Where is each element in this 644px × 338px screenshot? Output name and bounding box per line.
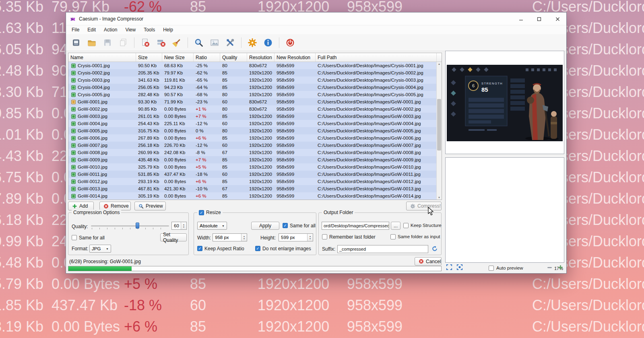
remember-last-folder-checkbox[interactable] [322,234,327,239]
column-header-resolution[interactable]: Resolution [247,53,275,62]
reset-suffix-button[interactable] [431,245,438,254]
table-row[interactable]: Crysis-0002.jpg205.35 Kb79.97 Kb-62 %851… [68,69,437,76]
resize-enable-checkbox[interactable]: ✓ [199,210,204,215]
menu-item-file[interactable]: File [68,26,83,33]
about-icon[interactable] [262,37,274,49]
suffix-input[interactable]: _compressed [337,245,428,253]
cell-q: 60 [220,121,247,126]
clear-list-icon[interactable] [171,37,183,49]
menu-item-view[interactable]: View [121,26,140,33]
save-icon[interactable] [101,37,114,49]
same-folder-as-input-checkbox[interactable] [390,234,396,239]
remove-item-icon[interactable] [139,37,151,49]
table-row[interactable]: GoW-0010.jpg325.79 Kb0.00 Bytes+5 %85192… [68,163,437,171]
compression-same-for-all-checkbox[interactable] [72,235,77,240]
spin-arrows-icon[interactable]: ▲▼ [241,234,247,241]
compress-button-label: Compress! [417,203,441,209]
column-header-new-size[interactable]: New Size [162,53,194,62]
quality-slider[interactable] [91,222,169,231]
table-row[interactable]: GoW-0007.jpg256.18 Kb226.70 Kb-12 %60192… [68,142,437,149]
spin-arrows-icon[interactable]: ▲▼ [181,222,186,229]
cell-q: 85 [220,85,247,90]
minimize-button[interactable] [514,14,527,24]
menu-item-tools[interactable]: Tools [140,26,159,33]
table-row[interactable]: GoW-0014.jpg305.19 Kb0.00 Bytes+6 %85192… [68,192,437,200]
save-all-icon[interactable] [117,37,129,49]
close-button[interactable] [551,14,564,24]
menu-item-edit[interactable]: Edit [83,26,100,33]
table-row[interactable]: GoW-0008.jpg260.99 Kb242.08 Kb-8 %671920… [68,149,437,156]
scroll-up-icon[interactable]: ▲ [437,63,442,65]
table-row[interactable]: GoW-0006.jpg267.89 Kb0.00 Bytes+6 %85192… [68,134,437,142]
tools-icon[interactable] [224,37,236,49]
format-combobox[interactable]: JPG ▼ [89,245,111,253]
cancel-button[interactable]: Cancel [415,257,442,266]
add-button[interactable]: Add [68,202,94,210]
table-row[interactable]: Crysis-0005.jpg282.48 Kb90.57 Kb-68 %801… [68,91,437,98]
table-row[interactable]: Crysis-0001.jpg90.50 Kb68.63 Kb-25 %8083… [68,62,437,69]
resize-mode-combobox[interactable]: Absolute ▼ [197,222,227,230]
auto-preview-checkbox[interactable] [489,266,494,271]
table-row[interactable]: GoW-0012.jpg293.19 Kb0.00 Bytes+6 %85192… [68,178,437,185]
table-row[interactable]: GoW-0004.jpg254.43 Kb225.11 Kb-12 %60192… [68,120,437,127]
cell-res: 1920x1200 [247,121,275,126]
spin-arrows-icon[interactable]: ▲▼ [307,234,313,241]
cell-res: 830x672 [247,99,275,104]
column-header-size[interactable]: Size [136,53,162,62]
exit-icon[interactable] [284,37,296,49]
slider-handle[interactable] [136,223,139,229]
zoom-in-button[interactable] [557,264,564,272]
settings-icon[interactable] [246,37,258,49]
title-bar[interactable]: Caesium - Image Compressor [66,12,566,25]
compress-button[interactable]: Compress! [406,202,442,210]
maximize-button[interactable] [533,14,545,24]
scrollbar-thumb[interactable] [437,99,441,150]
table-row[interactable]: GoW-0013.jpg467.81 Kb421.30 Kb-10 %67192… [68,185,437,192]
preview-pane-bottom[interactable] [445,157,564,263]
compare-icon[interactable] [208,37,221,49]
scroll-down-icon[interactable]: ▼ [437,196,442,199]
cell-ns: 71.99 Kb [162,99,194,104]
cell-q: 60 [220,143,247,148]
resize-same-for-all-checkbox[interactable]: ✓ [283,223,288,228]
preview-icon[interactable] [193,37,205,49]
menu-item-help[interactable]: Help [159,26,177,33]
menu-item-action[interactable]: Action [100,26,121,33]
vertical-scrollbar[interactable]: ▲ ▼ [436,62,442,200]
height-spinbox[interactable]: 599 px ▲▼ [279,233,313,241]
output-folder-input[interactable]: ord/Desktop/Images/Compressed [322,222,389,230]
remove-all-icon[interactable] [155,37,167,49]
browse-folder-button[interactable]: ... [391,222,400,230]
actual-size-button[interactable] [456,264,463,272]
table-row[interactable]: Crysis-0003.jpg341.63 Kb119.81 Kb-65 %85… [68,76,437,84]
column-header-full-path[interactable]: Full Path [316,53,437,62]
table-row[interactable]: GoW-0001.jpg93.30 Kb71.99 Kb-23 %60830x6… [68,98,437,105]
apply-button[interactable]: Apply [251,222,279,230]
width-spinbox[interactable]: 958 px ▲▼ [213,233,247,241]
keep-structure-checkbox[interactable] [403,223,409,228]
cell-nres: 958x599 [275,157,316,162]
table-row[interactable]: Crysis-0004.jpg256.05 Kb94.23 Kb-64 %851… [68,84,437,91]
table-row[interactable]: GoW-0005.jpg316.75 Kb0.00 Bytes0 %801920… [68,127,437,134]
keep-aspect-ratio-checkbox[interactable]: ✓ [197,246,202,251]
set-quality-button[interactable]: Set Quality [160,233,187,241]
table-row[interactable]: GoW-0011.jpg531.85 Kb437.47 Kb-18 %60192… [68,171,437,178]
cancel-button-label: Cancel [426,259,441,264]
table-row[interactable]: GoW-0009.jpg435.48 Kb0.00 Bytes+7 %85192… [68,156,437,163]
preview-button[interactable]: Preview [134,202,166,210]
remove-button[interactable]: Remove [99,202,131,210]
column-header-new-resolution[interactable]: New Resolution [275,53,316,62]
cell-size: 467.81 Kb [136,186,162,191]
zoom-out-button[interactable] [547,264,553,272]
fit-to-window-button[interactable] [446,264,452,272]
column-header-ratio[interactable]: Ratio [194,53,220,62]
quality-spinbox[interactable]: 60 ▲▼ [171,222,187,230]
preview-pane-top[interactable]: 6 STRENGTH 85 [445,51,564,154]
do-not-enlarge-checkbox[interactable]: ✓ [255,246,260,251]
column-header-name[interactable]: Name [68,53,136,62]
open-file-icon[interactable] [70,37,82,49]
column-header-quality[interactable]: Quality [220,53,247,62]
table-row[interactable]: GoW-0002.jpg90.85 Kb0.00 Bytes+1 %80830x… [68,105,437,113]
table-row[interactable]: GoW-0003.jpg261.01 Kb0.00 Bytes+7 %85192… [68,113,437,120]
open-folder-icon[interactable] [86,37,98,49]
